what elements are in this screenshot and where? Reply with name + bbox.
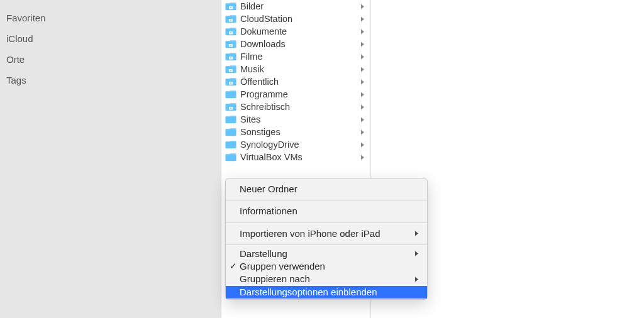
menu-item[interactable]: Gruppieren nach — [226, 273, 427, 285]
svg-point-17 — [230, 70, 231, 71]
context-menu: Neuer OrdnerInformationenImportieren von… — [225, 178, 428, 300]
menu-separator — [226, 200, 427, 200]
menu-item[interactable]: Darstellungsoptionen einblenden — [226, 286, 427, 299]
svg-rect-28 — [225, 155, 236, 162]
chevron-right-icon — [359, 53, 365, 60]
folder-item[interactable]: Filme — [221, 50, 370, 63]
svg-point-5 — [230, 19, 231, 21]
folder-icon — [225, 128, 236, 136]
folder-item[interactable]: Sonstiges — [221, 126, 370, 138]
menu-item[interactable]: Importieren von iPhone oder iPad — [226, 226, 427, 242]
folder-item[interactable]: Dokumente — [221, 25, 370, 38]
chevron-right-icon — [359, 154, 365, 160]
folder-item[interactable]: CloudStation — [221, 13, 370, 25]
svg-point-2 — [230, 7, 231, 8]
folder-icon — [225, 77, 236, 86]
folder-item[interactable]: Downloads — [221, 38, 370, 50]
menu-separator — [226, 244, 427, 245]
submenu-arrow-icon — [413, 251, 419, 256]
menu-item-label: Importieren von iPhone oder iPad — [240, 228, 413, 240]
chevron-right-icon — [359, 28, 365, 35]
chevron-right-icon — [359, 79, 365, 85]
submenu-arrow-icon — [413, 231, 419, 236]
folder-label: VirtualBox VMs — [240, 152, 359, 162]
menu-item[interactable]: Informationen — [226, 203, 427, 219]
folder-item[interactable]: Öffentlich — [221, 75, 370, 88]
menu-item-label: Darstellung — [240, 248, 413, 260]
menu-item-label: Gruppen verwenden — [240, 260, 419, 273]
folder-icon — [225, 14, 236, 23]
folder-icon — [225, 27, 236, 36]
folder-label: Schreibtisch — [240, 102, 359, 112]
folder-icon — [225, 40, 236, 48]
folder-icon — [225, 90, 236, 99]
folder-icon — [225, 52, 236, 61]
folder-label: Programme — [240, 89, 359, 99]
sidebar-section-orte[interactable]: Orte — [0, 49, 221, 70]
folder-item[interactable]: SynologyDrive — [221, 138, 370, 151]
menu-item[interactable]: Neuer Ordner — [226, 181, 427, 197]
menu-item-label: Informationen — [240, 205, 419, 217]
svg-rect-21 — [225, 92, 236, 99]
submenu-arrow-icon — [413, 277, 419, 282]
folder-item[interactable]: Musik — [221, 63, 370, 75]
chevron-right-icon — [359, 129, 365, 135]
folder-label: Filme — [240, 52, 359, 62]
folder-item[interactable]: Programme — [221, 88, 370, 101]
folder-item[interactable]: VirtualBox VMs — [221, 151, 370, 163]
svg-point-11 — [230, 45, 231, 46]
svg-point-24 — [230, 107, 231, 109]
folder-label: Sonstiges — [240, 127, 359, 137]
svg-rect-26 — [225, 129, 236, 136]
chevron-right-icon — [359, 104, 365, 110]
chevron-right-icon — [359, 16, 365, 22]
folder-item[interactable]: Sites — [221, 113, 370, 126]
menu-item-label: Darstellungsoptionen einblenden — [240, 286, 419, 299]
svg-point-20 — [230, 82, 231, 84]
chevron-right-icon — [359, 3, 365, 9]
menu-item[interactable]: ✓Gruppen verwenden — [226, 260, 427, 273]
svg-point-8 — [230, 32, 231, 33]
sidebar: Favoriten iCloud Orte Tags — [0, 0, 221, 318]
menu-item-label: Gruppieren nach — [240, 273, 413, 285]
folder-item[interactable]: Schreibtisch — [221, 101, 370, 113]
svg-point-14 — [230, 57, 231, 58]
chevron-right-icon — [359, 141, 365, 148]
menu-item[interactable]: Darstellung — [226, 248, 427, 260]
chevron-right-icon — [359, 66, 365, 72]
sidebar-section-icloud[interactable]: iCloud — [0, 28, 221, 49]
chevron-right-icon — [359, 91, 365, 97]
folder-label: CloudStation — [240, 14, 359, 24]
folder-label: Sites — [240, 114, 359, 124]
folder-icon — [225, 2, 236, 11]
folder-icon — [225, 115, 236, 124]
sidebar-section-tags[interactable]: Tags — [0, 70, 221, 90]
chevron-right-icon — [359, 41, 365, 47]
folder-label: Bilder — [240, 1, 359, 11]
folder-label: SynologyDrive — [240, 140, 359, 150]
folder-icon — [225, 140, 236, 149]
folder-label: Öffentlich — [240, 77, 359, 87]
folder-icon — [225, 153, 236, 162]
chevron-right-icon — [359, 116, 365, 123]
folder-label: Musik — [240, 64, 359, 74]
folder-label: Dokumente — [240, 26, 359, 36]
folder-icon — [225, 65, 236, 74]
checkmark-icon: ✓ — [230, 260, 237, 272]
folder-item[interactable]: Bilder — [221, 0, 370, 13]
menu-item-label: Neuer Ordner — [240, 183, 419, 195]
svg-rect-27 — [225, 142, 236, 149]
sidebar-section-favoriten[interactable]: Favoriten — [0, 8, 221, 28]
svg-rect-25 — [225, 117, 236, 124]
main-area: BilderCloudStationDokumenteDownloadsFilm… — [221, 0, 644, 318]
folder-icon — [225, 102, 236, 111]
menu-separator — [226, 222, 427, 223]
folder-label: Downloads — [240, 39, 359, 49]
finder-window: Favoriten iCloud Orte Tags BilderCloudSt… — [0, 0, 644, 318]
